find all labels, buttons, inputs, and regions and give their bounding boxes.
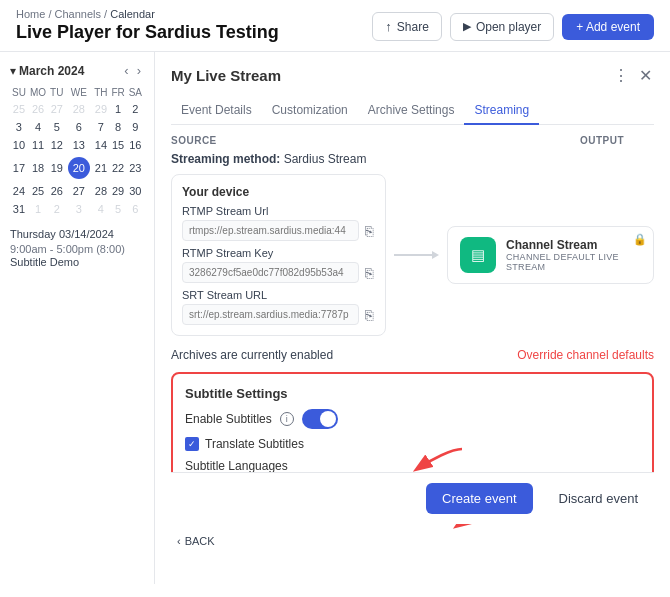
calendar-day[interactable]: 17 — [10, 154, 28, 182]
enable-subtitles-info-icon[interactable]: i — [280, 412, 294, 426]
srt-url-copy-button[interactable]: ⎘ — [363, 305, 375, 325]
calendar-day[interactable]: 13 — [65, 136, 92, 154]
calendar-day[interactable]: 18 — [28, 154, 48, 182]
page-title: Live Player for Sardius Testing — [16, 22, 279, 43]
stream-title: My Live Stream — [171, 67, 281, 84]
calendar-day[interactable]: 16 — [127, 136, 144, 154]
rtmp-key-input[interactable] — [182, 262, 359, 283]
rtmp-key-copy-button[interactable]: ⎘ — [363, 263, 375, 283]
calendar-day[interactable]: 1 — [28, 200, 48, 218]
calendar-day[interactable]: 29 — [92, 100, 109, 118]
channel-icon: ▤ — [460, 237, 496, 273]
rtmp-url-copy-button[interactable]: ⎘ — [363, 221, 375, 241]
event-date: Thursday 03/14/2024 — [10, 228, 144, 240]
source-label: SOURCE — [171, 135, 580, 146]
calendar-day[interactable]: 11 — [28, 136, 48, 154]
calendar-day[interactable]: 28 — [92, 182, 109, 200]
output-label: OUTPUT — [580, 135, 624, 146]
add-event-button[interactable]: + Add event — [562, 14, 654, 40]
tab-archive-settings[interactable]: Archive Settings — [358, 97, 465, 125]
breadcrumb: Home / Channels / Calendar — [16, 8, 279, 20]
rtmp-url-input[interactable] — [182, 220, 359, 241]
calendar-day[interactable]: 28 — [65, 100, 92, 118]
channel-name: Channel Stream — [506, 238, 641, 252]
calendar-day[interactable]: 4 — [28, 118, 48, 136]
archives-status: Archives are currently enabled — [171, 348, 333, 362]
create-event-button[interactable]: Create event — [426, 483, 532, 514]
calendar-day[interactable]: 6 — [65, 118, 92, 136]
calendar-day[interactable]: 2 — [127, 100, 144, 118]
sidebar: ▾ March 2024 ‹ › SUMOTUWETHFRSA 25262728… — [0, 52, 155, 584]
calendar-day[interactable]: 5 — [48, 118, 65, 136]
calendar-day[interactable]: 1 — [110, 100, 127, 118]
calendar-day[interactable]: 4 — [92, 200, 109, 218]
calendar-day[interactable]: 23 — [127, 154, 144, 182]
enable-subtitles-label: Enable Subtitles — [185, 412, 272, 426]
calendar-day[interactable]: 21 — [92, 154, 109, 182]
tabs-row: Event Details Customization Archive Sett… — [171, 97, 654, 125]
calendar-day[interactable]: 3 — [65, 200, 92, 218]
calendar-day[interactable]: 14 — [92, 136, 109, 154]
calendar-day[interactable]: 3 — [10, 118, 28, 136]
streaming-method: Streaming method: Sardius Stream — [171, 152, 654, 166]
calendar-day[interactable]: 6 — [127, 200, 144, 218]
play-icon: ▶ — [463, 20, 471, 33]
topbar: Home / Channels / Calendar Live Player f… — [0, 0, 670, 52]
tab-streaming[interactable]: Streaming — [464, 97, 539, 125]
device-box: Your device RTMP Stream Url ⎘ RTMP Strea… — [171, 174, 386, 336]
calendar-day[interactable]: 7 — [92, 118, 109, 136]
calendar-day[interactable]: 20 — [65, 154, 92, 182]
calendar-day[interactable]: 10 — [10, 136, 28, 154]
calendar-day[interactable]: 25 — [28, 182, 48, 200]
tab-customization[interactable]: Customization — [262, 97, 358, 125]
back-chevron-icon: ‹ — [177, 535, 181, 547]
stream-close-button[interactable]: ✕ — [637, 64, 654, 87]
calendar-day[interactable]: 19 — [48, 154, 65, 182]
calendar-day[interactable]: 27 — [65, 182, 92, 200]
calendar-day[interactable]: 2 — [48, 200, 65, 218]
channel-sub: CHANNEL DEFAULT LIVE STREAM — [506, 252, 641, 272]
srt-url-label: SRT Stream URL — [182, 289, 375, 301]
lock-icon: 🔒 — [633, 233, 647, 246]
calendar-day[interactable]: 24 — [10, 182, 28, 200]
calendar-toggle-icon[interactable]: ▾ — [10, 64, 16, 78]
translate-subtitles-label: Translate Subtitles — [205, 437, 304, 451]
override-link[interactable]: Override channel defaults — [517, 348, 654, 362]
subtitle-settings-title: Subtitle Settings — [185, 386, 640, 401]
bottom-bar: Create event Discard event — [171, 472, 654, 524]
calendar-month-label: March 2024 — [19, 64, 84, 78]
calendar-day[interactable]: 8 — [110, 118, 127, 136]
calendar-day[interactable]: 29 — [110, 182, 127, 200]
stream-more-button[interactable]: ⋮ — [611, 64, 631, 87]
annotation-arrow-1 — [412, 444, 472, 474]
open-player-button[interactable]: ▶ Open player — [450, 13, 554, 41]
calendar-next-button[interactable]: › — [134, 62, 144, 79]
calendar-day[interactable]: 12 — [48, 136, 65, 154]
channel-box: ▤ Channel Stream CHANNEL DEFAULT LIVE ST… — [447, 226, 654, 284]
event-name: Subtitle Demo — [10, 256, 144, 268]
calendar-day[interactable]: 26 — [28, 100, 48, 118]
calendar-prev-button[interactable]: ‹ — [121, 62, 131, 79]
discard-event-button[interactable]: Discard event — [543, 483, 654, 514]
calendar-day[interactable]: 27 — [48, 100, 65, 118]
srt-url-input[interactable] — [182, 304, 359, 325]
enable-subtitles-toggle[interactable] — [302, 409, 338, 429]
connection-arrow — [394, 251, 439, 259]
event-time: 9:00am - 5:00pm (8:00) — [10, 243, 144, 255]
calendar-day[interactable]: 30 — [127, 182, 144, 200]
share-button[interactable]: ↑ Share — [372, 12, 442, 41]
calendar-day[interactable]: 22 — [110, 154, 127, 182]
rtmp-url-label: RTMP Stream Url — [182, 205, 375, 217]
calendar-day[interactable]: 9 — [127, 118, 144, 136]
calendar-day[interactable]: 31 — [10, 200, 28, 218]
calendar-day[interactable]: 5 — [110, 200, 127, 218]
calendar-day[interactable]: 26 — [48, 182, 65, 200]
tab-event-details[interactable]: Event Details — [171, 97, 262, 125]
calendar-day[interactable]: 25 — [10, 100, 28, 118]
calendar-grid: SUMOTUWETHFRSA 2526272829123456789101112… — [10, 85, 144, 218]
calendar-day[interactable]: 15 — [110, 136, 127, 154]
share-icon: ↑ — [385, 19, 392, 34]
device-box-title: Your device — [182, 185, 375, 199]
back-button[interactable]: ‹ BACK — [171, 531, 221, 551]
translate-subtitles-checkbox[interactable]: ✓ — [185, 437, 199, 451]
